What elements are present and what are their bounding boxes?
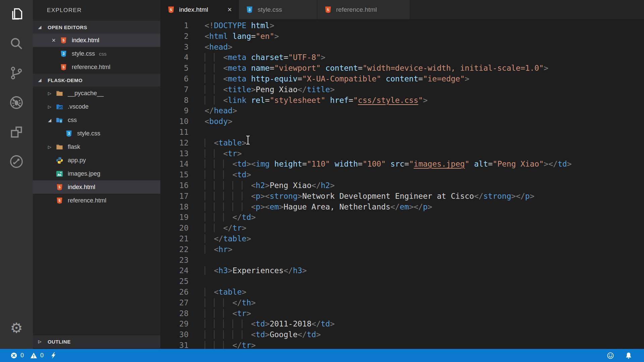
tree-item--pycache-[interactable]: ▷__pycache__: [33, 86, 160, 100]
status-bar-right: [604, 352, 644, 360]
code-line: 16 <h2>Peng Xiao</h2>: [160, 180, 572, 191]
open-editor-item[interactable]: 5reference.html: [33, 60, 160, 74]
tree-item-style-css[interactable]: 3style.css: [33, 127, 160, 140]
line-content: <title>Peng Xiao</title>: [205, 84, 335, 95]
settings-gear-icon[interactable]: ⚙: [0, 313, 33, 343]
line-content: <td>: [205, 170, 251, 180]
line-number: 10: [160, 116, 189, 127]
gear-icon: ⚙: [10, 321, 23, 335]
line-number: 31: [160, 340, 189, 349]
chevron-collapsed-icon: ▷: [45, 91, 54, 96]
html5-file-icon: 5: [324, 6, 332, 14]
code-line: 31 </tr>: [160, 340, 572, 349]
line-number: 3: [160, 42, 189, 53]
line-content: <h3>Experiences</h3>: [205, 265, 307, 276]
tree-item-app-py[interactable]: app.py: [33, 154, 160, 167]
outline-header[interactable]: ▷ OUTLINE: [33, 335, 160, 348]
folder-badge: css: [99, 51, 107, 57]
problems-errors[interactable]: 0: [9, 352, 25, 359]
line-content: <hr>: [205, 244, 232, 255]
line-number: 13: [160, 148, 189, 159]
open-editor-item[interactable]: 3style.csscss: [33, 47, 160, 60]
code-line: 30 <td>Google</td>: [160, 329, 572, 340]
tab-reference-html[interactable]: 5reference.html: [317, 0, 410, 19]
line-content: <p><strong>Network Development Engineer …: [205, 191, 534, 202]
line-number: 30: [160, 329, 189, 340]
vscode-folder-icon: [54, 103, 64, 111]
code-line: 2<html lang="en">: [160, 31, 572, 42]
tree-item-index-html[interactable]: 5index.html: [33, 180, 160, 194]
error-icon: [10, 352, 18, 359]
explorer-sidebar: EXPLORER ◢ OPEN EDITORS ×5index.html3sty…: [33, 0, 160, 349]
line-number: 29: [160, 319, 189, 329]
svg-text:3: 3: [60, 120, 61, 122]
explorer-button[interactable]: [0, 0, 33, 29]
vscode-window: ⚙ EXPLORER ◢ OPEN EDITORS ×5index.html3s…: [0, 0, 644, 362]
code-editor[interactable]: 1<!DOCTYPE html>2<html lang="en">3<head>…: [160, 19, 644, 349]
line-number: 25: [160, 276, 189, 287]
files-icon: [9, 7, 24, 23]
activity-bar-items: [0, 0, 33, 177]
code-line: 28 <tr>: [160, 308, 572, 319]
open-editors-header[interactable]: ◢ OPEN EDITORS: [33, 21, 160, 34]
code-line: 8 <link rel="stylesheet" href="css/style…: [160, 95, 572, 106]
extension-circle-button[interactable]: [0, 147, 33, 177]
notifications-bell-icon[interactable]: [622, 352, 635, 360]
css3-file-icon: 3: [246, 6, 254, 14]
git-branch-icon: [9, 66, 24, 82]
extension-bolt[interactable]: [48, 352, 59, 359]
extensions-icon: [9, 125, 24, 141]
tab-index-html[interactable]: 5index.html×: [160, 0, 239, 19]
svg-text:5: 5: [58, 199, 60, 202]
code-line: 17 <p><strong>Network Development Engine…: [160, 191, 572, 202]
open-editor-item[interactable]: ×5index.html: [33, 34, 160, 47]
svg-text:5: 5: [62, 65, 64, 69]
line-content: <meta name="viewport" content="width=dev…: [205, 63, 548, 74]
close-editor-icon[interactable]: ×: [49, 37, 58, 44]
editor-tab-bar: 5index.html×3style.css5reference.html: [160, 0, 644, 19]
tree-item-reference-html[interactable]: 5reference.html: [33, 194, 160, 207]
text-cursor-pointer: [244, 134, 252, 147]
chevron-icon: ◢: [48, 118, 51, 123]
tab-style-css[interactable]: 3style.css: [239, 0, 317, 19]
line-number: 9: [160, 106, 189, 116]
open-editors-label: OPEN EDITORS: [48, 24, 87, 30]
line-number: 1: [160, 20, 189, 31]
outline-section: ▷ OUTLINE: [33, 335, 160, 348]
status-bar-left: 0 0: [0, 352, 59, 359]
extensions-button[interactable]: [0, 118, 33, 147]
chevron-collapsed-icon: ▷: [45, 104, 54, 109]
svg-text:5: 5: [327, 7, 329, 11]
tab-label: index.html: [179, 6, 208, 13]
css-folder-icon: 3: [54, 116, 64, 124]
line-number: 23: [160, 255, 189, 266]
error-count: 0: [20, 352, 24, 359]
feedback-smiley-icon[interactable]: [604, 352, 617, 360]
debug-button[interactable]: [0, 88, 33, 118]
tree-item-label: flask: [68, 143, 80, 150]
tree-item-css[interactable]: ◢3css: [33, 113, 160, 127]
line-content: <html lang="en">: [205, 31, 279, 42]
line-content: <td><img height="110" width="100" src="i…: [205, 159, 572, 170]
code-line: 5 <meta name="viewport" content="width=d…: [160, 63, 572, 74]
problems-warnings[interactable]: 0: [29, 352, 45, 359]
tree-item--vscode[interactable]: ▷.vscode: [33, 100, 160, 113]
line-content: <h2>Peng Xiao</h2>: [205, 180, 335, 191]
file-tree: ▷__pycache__▷.vscode◢3css3style.css▷flas…: [33, 86, 160, 207]
workspace-header[interactable]: ◢ FLASK-DEMO: [33, 74, 160, 86]
tree-item-flask[interactable]: ▷flask: [33, 140, 160, 154]
line-number: 15: [160, 170, 189, 180]
line-content: <!DOCTYPE html>: [205, 20, 274, 31]
line-content: <tr>: [205, 148, 242, 159]
source-control-button[interactable]: [0, 59, 33, 88]
code-line: 14 <td><img height="110" width="100" src…: [160, 159, 572, 170]
line-number: 7: [160, 84, 189, 95]
search-button[interactable]: [0, 29, 33, 59]
line-number: 19: [160, 212, 189, 223]
line-content: </head>: [205, 106, 237, 116]
tree-item-images-jpeg[interactable]: images.jpeg: [33, 167, 160, 180]
status-bar: 0 0: [0, 349, 644, 362]
close-tab-icon[interactable]: ×: [227, 6, 232, 13]
line-content: </th>: [205, 298, 256, 308]
code-lines: 1<!DOCTYPE html>2<html lang="en">3<head>…: [160, 20, 572, 349]
